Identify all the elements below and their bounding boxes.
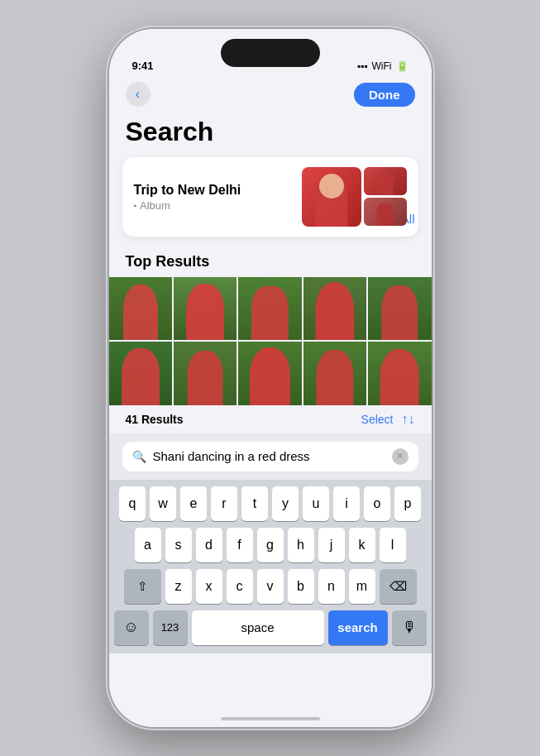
key-v[interactable]: v <box>257 569 284 604</box>
key-q[interactable]: q <box>119 486 146 521</box>
photo-cell-8[interactable] <box>238 342 301 404</box>
results-bar: 41 Results Select ↑↓ <box>109 405 432 433</box>
key-s[interactable]: s <box>165 528 192 562</box>
results-count: 41 Results <box>126 413 184 426</box>
page-title: Search <box>109 117 432 151</box>
album-title: Trip to New Delhi <box>134 183 241 198</box>
search-input-wrap: 🔍 ✕ <box>122 442 418 471</box>
top-results-title: Top Results <box>109 243 432 277</box>
sort-icon[interactable]: ↑↓ <box>402 412 415 427</box>
photo-cell-2[interactable] <box>174 277 237 340</box>
search-input[interactable] <box>153 449 385 463</box>
album-icon: ▪ <box>134 201 137 210</box>
key-d[interactable]: d <box>196 528 222 562</box>
album-card[interactable]: Trip to New Delhi ▪ Album <box>122 157 418 237</box>
album-thumb-sm-2 <box>364 198 407 226</box>
key-b[interactable]: b <box>288 569 314 604</box>
numbers-key[interactable]: 123 <box>153 610 188 645</box>
photo-cell-4[interactable] <box>303 277 366 340</box>
photo-cell-3[interactable] <box>238 277 301 340</box>
select-button[interactable]: Select <box>361 413 394 426</box>
keyboard-row-2: a s d f g h j k l <box>112 528 429 562</box>
search-key[interactable]: search <box>328 610 388 645</box>
search-container: 🔍 ✕ <box>109 433 432 480</box>
results-actions: Select ↑↓ <box>361 412 415 427</box>
key-x[interactable]: x <box>196 569 222 604</box>
album-type: Album <box>140 199 170 212</box>
key-h[interactable]: h <box>288 528 314 562</box>
key-a[interactable]: a <box>135 528 161 562</box>
wifi-icon: WiFi <box>372 60 392 72</box>
key-o[interactable]: o <box>364 486 390 521</box>
keyboard-row-3: ⇧ z x c v b n m ⌫ <box>112 569 429 604</box>
key-r[interactable]: r <box>211 486 237 521</box>
photo-cell-9[interactable] <box>303 342 366 404</box>
shift-key[interactable]: ⇧ <box>124 569 161 604</box>
key-w[interactable]: w <box>150 486 176 521</box>
done-button[interactable]: Done <box>354 83 415 107</box>
status-icons: ▪▪▪ WiFi 🔋 <box>357 60 409 72</box>
keyboard-row-1: q w e r t y u i o p <box>112 486 429 521</box>
key-g[interactable]: g <box>257 528 284 562</box>
key-p[interactable]: p <box>394 486 421 521</box>
keyboard-bottom-row: ☺ 123 space search 🎙 <box>112 610 429 653</box>
back-icon: ‹ <box>136 87 140 102</box>
key-u[interactable]: u <box>303 486 329 521</box>
album-thumb-small-group <box>364 167 407 227</box>
battery-icon: 🔋 <box>396 60 409 72</box>
nav-bar: ‹ Done <box>109 79 432 117</box>
key-j[interactable]: j <box>318 528 345 562</box>
key-z[interactable]: z <box>165 569 192 604</box>
photo-cell-6[interactable] <box>109 342 172 404</box>
delete-key[interactable]: ⌫ <box>380 569 417 604</box>
time-display: 9:41 <box>132 60 154 72</box>
key-m[interactable]: m <box>349 569 375 604</box>
dynamic-island <box>221 39 320 67</box>
album-info: Trip to New Delhi ▪ Album <box>134 183 241 212</box>
photo-cell-1[interactable] <box>109 277 172 340</box>
album-subtitle: ▪ Album <box>134 199 241 212</box>
key-n[interactable]: n <box>318 569 345 604</box>
space-key[interactable]: space <box>192 610 324 645</box>
mic-key[interactable]: 🎙 <box>392 610 427 645</box>
photo-grid <box>109 277 432 405</box>
album-thumbnails <box>302 167 407 227</box>
key-k[interactable]: k <box>349 528 375 562</box>
photo-cell-7[interactable] <box>174 342 237 404</box>
signal-icon: ▪▪▪ <box>357 60 368 72</box>
keyboard: q w e r t y u i o p a s d f g h j k <box>109 480 432 653</box>
key-l[interactable]: l <box>380 528 406 562</box>
home-indicator <box>221 717 320 720</box>
key-c[interactable]: c <box>227 569 253 604</box>
album-thumb-main <box>302 167 361 227</box>
emoji-key[interactable]: ☺ <box>114 610 149 645</box>
photo-cell-10[interactable] <box>368 342 431 404</box>
back-button[interactable]: ‹ <box>126 82 151 107</box>
clear-button[interactable]: ✕ <box>392 448 409 465</box>
key-y[interactable]: y <box>272 486 299 521</box>
key-i[interactable]: i <box>333 486 360 521</box>
search-icon: 🔍 <box>132 450 146 463</box>
photo-cell-5[interactable] <box>368 277 431 340</box>
key-f[interactable]: f <box>227 528 253 562</box>
album-thumb-sm-1 <box>364 167 407 195</box>
key-e[interactable]: e <box>180 486 207 521</box>
key-t[interactable]: t <box>241 486 268 521</box>
